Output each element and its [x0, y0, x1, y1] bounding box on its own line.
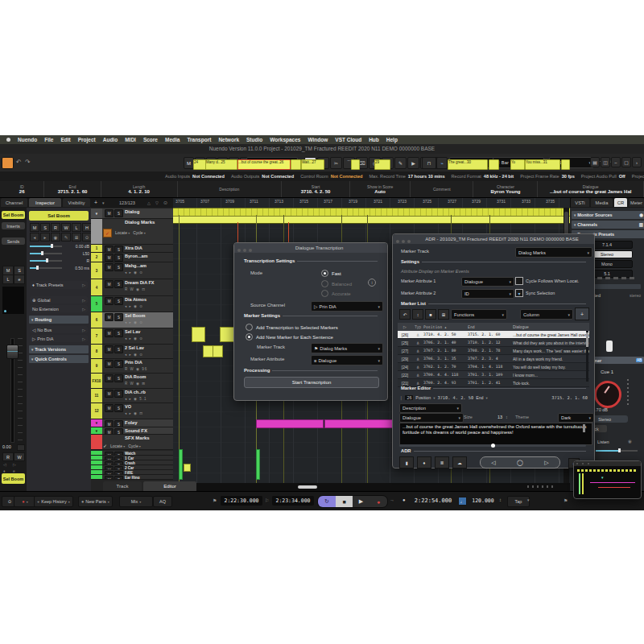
status-item[interactable]: Audio Outputs Not Connected	[231, 174, 294, 179]
cue-label[interactable]: Cue 1	[601, 369, 613, 374]
marker-event[interactable]: 29	[374, 159, 390, 170]
tool-button[interactable]: ✂	[330, 157, 342, 169]
track-name[interactable]: Foley	[125, 420, 138, 425]
track-color-chip[interactable]	[91, 460, 102, 464]
info-field[interactable]: Dialogue...but of course the great James…	[538, 181, 644, 197]
track-mute-button[interactable]: M	[105, 313, 114, 321]
marker-end-value[interactable]: 3715. 2. 1. 60	[551, 395, 588, 400]
theme-dropdown[interactable]: Dark	[558, 413, 594, 423]
track-solo-button[interactable]: S	[114, 345, 123, 353]
marker-jump-icon[interactable]: ⚑	[564, 497, 568, 503]
add-to-selected-radio[interactable]: Add Transcription to Selected Markers	[246, 324, 338, 331]
listen-level-slider[interactable]	[596, 450, 638, 452]
track-name[interactable]: Sel Lav	[125, 329, 140, 334]
listen-icon[interactable]: ◉	[628, 439, 632, 444]
cr-level-handle[interactable]	[606, 341, 613, 352]
track-solo-button[interactable]: S	[114, 313, 123, 321]
track-color-chip[interactable]	[91, 219, 102, 244]
marker-event[interactable]	[351, 159, 360, 170]
ruler-tick-label[interactable]: 3709	[225, 199, 234, 204]
info-icon[interactable]: i	[368, 279, 376, 287]
ruler-tick-label[interactable]: 3705	[175, 199, 184, 204]
track-mute-button[interactable]: M	[105, 428, 114, 435]
marker-event[interactable]: Wait...27	[301, 159, 324, 170]
track-row[interactable]: 1 M S Xtra DiA	[91, 245, 173, 253]
dialog-traffic-lights[interactable]	[237, 241, 254, 255]
track-mute-button[interactable]: M	[105, 360, 114, 368]
scroll-down-icon[interactable]: ▽	[155, 200, 159, 205]
ruler-tick-label[interactable]: 3717	[324, 199, 332, 204]
menu-item[interactable]: Hub	[369, 137, 379, 142]
marker-table-row[interactable]: [22]⋔ 3700. 4. 4. 1183701. 3. 1. 109 I k…	[398, 371, 589, 379]
tempo-value[interactable]: 120.000	[468, 496, 498, 506]
edit-icon[interactable]: ❘	[399, 395, 402, 400]
ruler-tick-label[interactable]: 3711	[250, 199, 258, 204]
track-mute-button[interactable]: M	[105, 297, 114, 305]
channel-listen-button[interactable]: L	[2, 275, 14, 284]
record-mode-button[interactable]: ●▾	[14, 496, 36, 507]
locate-dropdown[interactable]: Locate	[110, 444, 125, 448]
adr-setup-button[interactable]: +	[575, 308, 589, 320]
menu-item[interactable]: Transport	[187, 137, 211, 142]
track-row[interactable]: 4 M S Dream DiA FX R W ◉ ⊡	[91, 279, 173, 296]
inspector-icon-button[interactable]: ◂	[30, 233, 39, 242]
track-color-chip[interactable]	[91, 475, 102, 479]
status-item[interactable]: Record Format 48 kHz - 24 bit	[452, 174, 514, 179]
main-time-display[interactable]: 2:22:54.000	[411, 496, 455, 506]
track-controls-icons[interactable]: ◂ ▸ ◉ ⊙	[125, 304, 143, 308]
marker-table-row[interactable]: [26]⋔ 3710. 4. 2. 503715. 2. 1. 60 ...bu…	[398, 331, 589, 339]
menu-item[interactable]: Score	[143, 137, 158, 142]
ruler-tick-label[interactable]: 3721	[374, 199, 382, 204]
tab-track[interactable]: Track	[103, 481, 142, 491]
track-color-chip[interactable]: 5	[91, 296, 102, 312]
add-new-marker-radio[interactable]: Add New Marker for Each Sentence	[246, 333, 333, 341]
inspector-button[interactable]: R	[51, 223, 60, 232]
track-mute-button[interactable]: M	[105, 374, 114, 382]
track-color-chip[interactable]: 12	[91, 403, 102, 419]
left-zone-tab[interactable]: Inspector	[29, 198, 61, 207]
track-controls-icons[interactable]: ◂ ▸ ◉ ⊙	[125, 320, 143, 324]
fader-handle[interactable]	[6, 345, 19, 359]
info-field[interactable]: Show in ScoreAuto	[350, 181, 411, 197]
track-controls-icons[interactable]: ◂ ▸ ◉ ⊙	[125, 336, 143, 341]
track-name[interactable]: DiA ch..rb	[125, 390, 146, 394]
sort-icon[interactable]: ↕	[412, 309, 423, 320]
marker-event[interactable]: Many d...25	[205, 159, 237, 170]
track-row[interactable]: ▾ M S Dialog	[91, 208, 173, 219]
ruler-tick-label[interactable]: 3707	[200, 199, 209, 204]
track-filter-icon[interactable]: ▾	[102, 200, 105, 205]
ruler-tick-label[interactable]: 3733	[522, 199, 530, 204]
status-item[interactable]: Project Audio Pull Off	[581, 174, 625, 179]
marker-table-row[interactable]: [29]⋔ 3706. 3. 1. 353707. 2. 3. 4 All in…	[398, 355, 589, 363]
marker-attribute-dropdown[interactable]: ≡Dialogue	[311, 355, 383, 365]
menu-item[interactable]: Workspaces	[270, 137, 300, 142]
delete-marker-icon[interactable]: ■	[425, 309, 436, 320]
info-field[interactable]: Comment	[411, 181, 473, 197]
locator-range-strip[interactable]	[173, 216, 570, 224]
size-stepper[interactable]: ↕	[506, 415, 508, 419]
preroll-icon[interactable]: →	[390, 497, 394, 502]
track-solo-button[interactable]: S	[114, 374, 123, 382]
audio-event[interactable]	[256, 419, 324, 428]
track-controls-icons[interactable]: ◂ ▸ ◉ 5.1	[125, 397, 147, 401]
merge-icon[interactable]: ⊞	[438, 309, 449, 320]
extension-row[interactable]: No Extension▷	[30, 305, 88, 312]
punch-in-icon[interactable]: ⚑	[213, 497, 217, 503]
rehearse-button[interactable]: ◁	[491, 460, 495, 466]
channel-name-button[interactable]: Sel Boom	[2, 211, 25, 219]
window-zone-button[interactable]: −	[611, 157, 621, 167]
track-mute-button[interactable]: M	[105, 209, 114, 217]
stop-button[interactable]: ■	[336, 496, 353, 507]
play-button[interactable]: ▶	[353, 496, 369, 507]
track-solo-button[interactable]: S	[114, 254, 123, 262]
channels-header[interactable]: Channels ▥	[572, 221, 644, 229]
record-button[interactable]: ●	[369, 496, 387, 507]
channel-bottom-name[interactable]: Sel Boom	[2, 473, 25, 484]
audio-event[interactable]	[184, 464, 191, 472]
fader-value[interactable]: 0.00	[2, 444, 11, 449]
channel-read-button[interactable]: R	[2, 452, 14, 461]
track-row[interactable]: 9 M S Prin DiA R W ◉ 96	[91, 359, 173, 374]
marker-event[interactable]	[489, 159, 499, 170]
track-controls-icons[interactable]: R W ◉ ⊡	[125, 287, 146, 291]
marker-table-row[interactable]: [27]⋔ 3707. 2. 1. 803708. 2. 1. 78 Many …	[398, 347, 589, 355]
